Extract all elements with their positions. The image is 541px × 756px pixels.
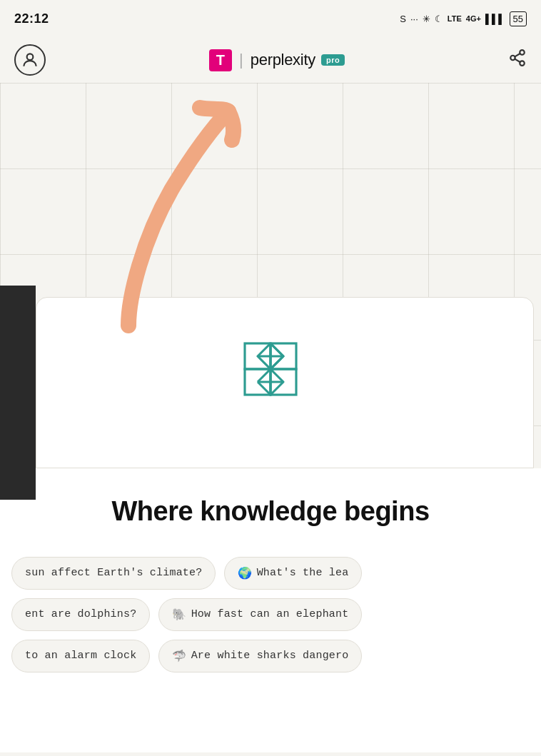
- suggestion-pill-alarm[interactable]: to an alarm clock: [11, 640, 150, 672]
- suggestion-text-3a: to an alarm clock: [25, 650, 136, 662]
- ellipsis: ···: [410, 14, 418, 24]
- suggestion-pill-dolphins[interactable]: ent are dolphins?: [11, 598, 150, 631]
- suggestion-text-2a: ent are dolphins?: [25, 608, 136, 620]
- globe-icon: 🌍: [238, 566, 252, 580]
- hero-section: [0, 83, 541, 468]
- logo-divider: |: [239, 51, 243, 69]
- signal-icon: ▌▌▌: [485, 14, 505, 24]
- svg-point-0: [27, 54, 34, 60]
- person-icon: [21, 51, 39, 69]
- shark-icon: 🦈: [172, 649, 186, 663]
- 4g-icon: 4G+: [466, 14, 481, 23]
- suggestion-pill-lea[interactable]: 🌍 What's the lea: [224, 557, 362, 590]
- perplexity-wordmark: perplexity: [251, 51, 315, 69]
- status-icons: S ··· ✳ ☾ LTE 4G+ ▌▌▌ 55: [400, 11, 527, 26]
- svg-line-4: [515, 59, 520, 62]
- lte-icon: LTE: [448, 14, 462, 23]
- t-mobile-logo: T: [209, 49, 232, 71]
- suggestion-text-2b: How fast can an elephant: [191, 608, 349, 620]
- tagline-text: Where knowledge begins: [111, 495, 429, 528]
- pro-badge: pro: [321, 54, 345, 66]
- perplexity-logo-icon: [238, 337, 303, 404]
- suggestion-pill-sharks[interactable]: 🦈 Are white sharks dangero: [158, 640, 362, 672]
- bluetooth-icon: ✳: [423, 14, 430, 24]
- svg-line-5: [515, 54, 520, 56]
- suggestions-area: sun affect Earth's climate? 🌍 What's the…: [0, 543, 541, 695]
- app-header: T | perplexity pro: [0, 37, 541, 83]
- arrow-decoration: [86, 97, 243, 340]
- suggestion-pill-elephant[interactable]: 🐘 How fast can an elephant: [158, 598, 362, 631]
- s-icon: S: [400, 14, 406, 24]
- suggestion-row-2: ent are dolphins? 🐘 How fast can an elep…: [0, 598, 541, 631]
- status-bar: 22:12 S ··· ✳ ☾ LTE 4G+ ▌▌▌ 55: [0, 0, 541, 37]
- bottom-area: [0, 695, 541, 752]
- suggestion-text-1b: What's the lea: [257, 567, 349, 579]
- battery-indicator: 55: [510, 11, 527, 26]
- suggestion-row-3: to an alarm clock 🦈 Are white sharks dan…: [0, 640, 541, 672]
- suggestion-text-3b: Are white sharks dangero: [191, 650, 349, 662]
- left-sidebar-strip: [0, 286, 36, 500]
- user-avatar-button[interactable]: [14, 44, 46, 76]
- tagline-section: Where knowledge begins: [0, 467, 541, 543]
- elephant-icon: 🐘: [172, 608, 186, 622]
- app-logo: T | perplexity pro: [209, 49, 345, 71]
- suggestion-row-1: sun affect Earth's climate? 🌍 What's the…: [0, 557, 541, 590]
- moon-icon: ☾: [435, 14, 443, 24]
- suggestion-text-1a: sun affect Earth's climate?: [25, 567, 202, 579]
- suggestion-pill-climate[interactable]: sun affect Earth's climate?: [11, 557, 216, 590]
- share-button[interactable]: [508, 49, 527, 71]
- status-time: 22:12: [14, 11, 49, 26]
